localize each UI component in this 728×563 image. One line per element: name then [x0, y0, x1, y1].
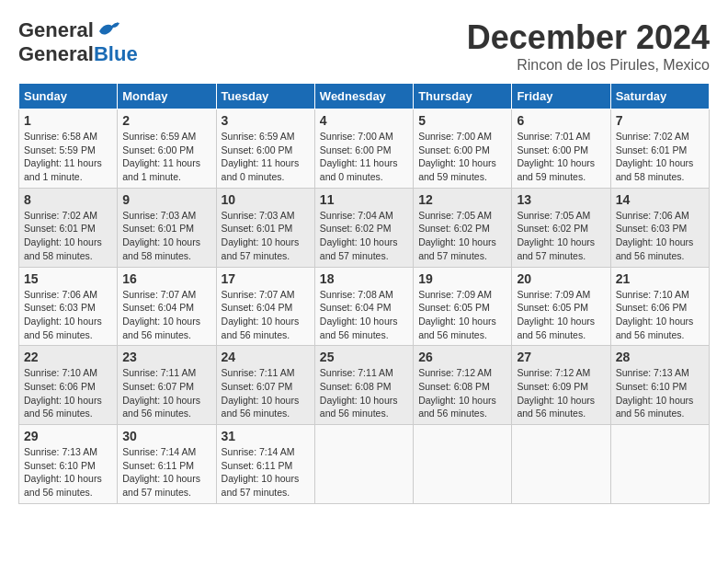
day-info: Sunrise: 7:09 AMSunset: 6:05 PMDaylight:…: [418, 288, 506, 342]
day-number: 10: [222, 192, 310, 207]
day-number: 14: [616, 192, 704, 207]
day-info: Sunrise: 7:12 AMSunset: 6:08 PMDaylight:…: [418, 366, 506, 420]
day-info: Sunrise: 7:13 AMSunset: 6:10 PMDaylight:…: [616, 366, 704, 420]
day-cell: [414, 425, 512, 504]
day-info: Sunrise: 7:10 AMSunset: 6:06 PMDaylight:…: [24, 366, 112, 420]
day-cell: 10Sunrise: 7:03 AMSunset: 6:01 PMDayligh…: [216, 188, 314, 267]
day-cell: 3Sunrise: 6:59 AMSunset: 6:00 PMDaylight…: [216, 109, 314, 189]
day-number: 1: [24, 113, 112, 128]
day-cell: 29Sunrise: 7:13 AMSunset: 6:10 PMDayligh…: [19, 425, 118, 504]
day-info: Sunrise: 7:03 AMSunset: 6:01 PMDaylight:…: [122, 209, 210, 263]
day-info: Sunrise: 7:13 AMSunset: 6:10 PMDaylight:…: [24, 445, 112, 500]
day-info: Sunrise: 6:59 AMSunset: 6:00 PMDaylight:…: [222, 130, 310, 184]
day-number: 23: [122, 350, 210, 364]
day-info: Sunrise: 7:06 AMSunset: 6:03 PMDaylight:…: [24, 288, 112, 342]
month-title: December 2024: [467, 18, 710, 57]
day-number: 11: [320, 192, 408, 207]
day-cell: [314, 425, 413, 504]
day-number: 8: [24, 192, 112, 207]
day-cell: 11Sunrise: 7:04 AMSunset: 6:02 PMDayligh…: [314, 188, 413, 267]
header: General General Blue December 2024 Rinco…: [18, 18, 710, 74]
day-cell: 24Sunrise: 7:11 AMSunset: 6:07 PMDayligh…: [216, 346, 314, 425]
day-cell: 26Sunrise: 7:12 AMSunset: 6:08 PMDayligh…: [414, 346, 512, 425]
day-number: 27: [517, 350, 605, 364]
day-number: 19: [418, 271, 506, 286]
week-row-2: 8Sunrise: 7:02 AMSunset: 6:01 PMDaylight…: [19, 188, 710, 267]
week-row-5: 29Sunrise: 7:13 AMSunset: 6:10 PMDayligh…: [19, 425, 710, 504]
day-number: 20: [517, 271, 605, 286]
day-info: Sunrise: 7:11 AMSunset: 6:07 PMDaylight:…: [222, 366, 310, 420]
day-number: 28: [616, 350, 704, 364]
day-info: Sunrise: 7:12 AMSunset: 6:09 PMDaylight:…: [517, 366, 605, 420]
day-number: 26: [418, 350, 506, 364]
day-cell: 2Sunrise: 6:59 AMSunset: 6:00 PMDaylight…: [118, 109, 216, 189]
logo-general-line2: General: [18, 42, 94, 66]
column-header-monday: Monday: [118, 84, 216, 109]
column-header-sunday: Sunday: [19, 84, 118, 109]
day-cell: 27Sunrise: 7:12 AMSunset: 6:09 PMDayligh…: [512, 346, 610, 425]
day-number: 2: [122, 113, 210, 128]
day-cell: 7Sunrise: 7:02 AMSunset: 6:01 PMDaylight…: [610, 109, 709, 189]
day-number: 16: [122, 271, 210, 286]
day-number: 30: [122, 429, 210, 443]
day-number: 3: [222, 113, 310, 128]
day-cell: 5Sunrise: 7:00 AMSunset: 6:00 PMDaylight…: [414, 109, 512, 189]
day-cell: 28Sunrise: 7:13 AMSunset: 6:10 PMDayligh…: [610, 346, 709, 425]
day-info: Sunrise: 7:08 AMSunset: 6:04 PMDaylight:…: [320, 288, 408, 342]
day-info: Sunrise: 7:02 AMSunset: 6:01 PMDaylight:…: [616, 130, 704, 184]
day-number: 17: [222, 271, 310, 286]
day-cell: 4Sunrise: 7:00 AMSunset: 6:00 PMDaylight…: [314, 109, 413, 189]
day-info: Sunrise: 7:00 AMSunset: 6:00 PMDaylight:…: [418, 130, 506, 184]
day-info: Sunrise: 7:00 AMSunset: 6:00 PMDaylight:…: [320, 130, 408, 184]
day-cell: [512, 425, 610, 504]
day-cell: 25Sunrise: 7:11 AMSunset: 6:08 PMDayligh…: [314, 346, 413, 425]
day-number: 22: [24, 350, 112, 364]
day-cell: 22Sunrise: 7:10 AMSunset: 6:06 PMDayligh…: [19, 346, 118, 425]
header-row: SundayMondayTuesdayWednesdayThursdayFrid…: [19, 84, 710, 109]
day-info: Sunrise: 6:58 AMSunset: 5:59 PMDaylight:…: [24, 130, 112, 184]
day-cell: 12Sunrise: 7:05 AMSunset: 6:02 PMDayligh…: [414, 188, 512, 267]
week-row-1: 1Sunrise: 6:58 AMSunset: 5:59 PMDaylight…: [19, 109, 710, 189]
day-cell: 19Sunrise: 7:09 AMSunset: 6:05 PMDayligh…: [414, 267, 512, 346]
column-header-saturday: Saturday: [610, 84, 709, 109]
day-number: 4: [320, 113, 408, 128]
day-cell: 17Sunrise: 7:07 AMSunset: 6:04 PMDayligh…: [216, 267, 314, 346]
day-number: 29: [24, 429, 112, 443]
day-number: 24: [222, 350, 310, 364]
day-cell: 18Sunrise: 7:08 AMSunset: 6:04 PMDayligh…: [314, 267, 413, 346]
day-number: 6: [517, 113, 605, 128]
day-info: Sunrise: 7:07 AMSunset: 6:04 PMDaylight:…: [222, 288, 310, 342]
day-info: Sunrise: 7:06 AMSunset: 6:03 PMDaylight:…: [616, 209, 704, 263]
column-header-tuesday: Tuesday: [216, 84, 314, 109]
day-info: Sunrise: 7:14 AMSunset: 6:11 PMDaylight:…: [222, 445, 310, 500]
day-cell: 30Sunrise: 7:14 AMSunset: 6:11 PMDayligh…: [118, 425, 216, 504]
day-number: 15: [24, 271, 112, 286]
day-cell: 8Sunrise: 7:02 AMSunset: 6:01 PMDaylight…: [19, 188, 118, 267]
day-info: Sunrise: 6:59 AMSunset: 6:00 PMDaylight:…: [122, 130, 210, 184]
column-header-friday: Friday: [512, 84, 610, 109]
title-block: December 2024 Rincon de los Pirules, Mex…: [467, 18, 710, 74]
day-cell: 9Sunrise: 7:03 AMSunset: 6:01 PMDaylight…: [118, 188, 216, 267]
day-info: Sunrise: 7:14 AMSunset: 6:11 PMDaylight:…: [122, 445, 210, 500]
logo-blue-word: Blue: [94, 42, 138, 66]
day-number: 25: [320, 350, 408, 364]
day-info: Sunrise: 7:11 AMSunset: 6:08 PMDaylight:…: [320, 366, 408, 420]
day-info: Sunrise: 7:05 AMSunset: 6:02 PMDaylight:…: [517, 209, 605, 263]
column-header-wednesday: Wednesday: [314, 84, 413, 109]
day-cell: 1Sunrise: 6:58 AMSunset: 5:59 PMDaylight…: [19, 109, 118, 189]
day-cell: 16Sunrise: 7:07 AMSunset: 6:04 PMDayligh…: [118, 267, 216, 346]
bird-icon: [96, 18, 121, 39]
day-info: Sunrise: 7:09 AMSunset: 6:05 PMDaylight:…: [517, 288, 605, 342]
day-number: 13: [517, 192, 605, 207]
day-info: Sunrise: 7:05 AMSunset: 6:02 PMDaylight:…: [418, 209, 506, 263]
logo-general-word: General: [18, 18, 94, 42]
day-number: 5: [418, 113, 506, 128]
day-number: 9: [122, 192, 210, 207]
day-cell: 21Sunrise: 7:10 AMSunset: 6:06 PMDayligh…: [610, 267, 709, 346]
day-info: Sunrise: 7:07 AMSunset: 6:04 PMDaylight:…: [122, 288, 210, 342]
week-row-3: 15Sunrise: 7:06 AMSunset: 6:03 PMDayligh…: [19, 267, 710, 346]
day-number: 31: [222, 429, 310, 443]
day-info: Sunrise: 7:11 AMSunset: 6:07 PMDaylight:…: [122, 366, 210, 420]
day-number: 18: [320, 271, 408, 286]
day-cell: 14Sunrise: 7:06 AMSunset: 6:03 PMDayligh…: [610, 188, 709, 267]
